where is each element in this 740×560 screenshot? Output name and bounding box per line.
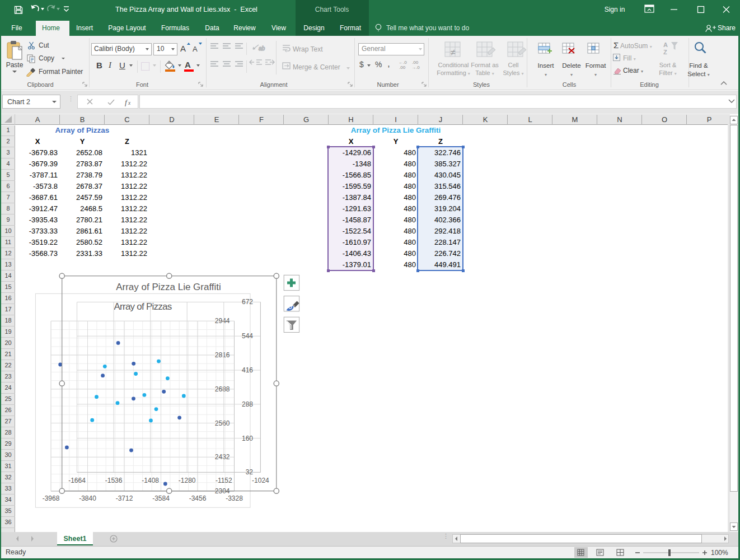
- svg-text:ab: ab: [259, 45, 265, 52]
- svg-text:Z: Z: [663, 49, 667, 55]
- svg-text:x: x: [128, 100, 131, 106]
- svg-text:←.0: ←.0: [399, 60, 407, 65]
- svg-text:.00: .00: [412, 60, 419, 65]
- svg-text:A: A: [663, 41, 668, 48]
- svg-text:.00: .00: [399, 65, 406, 70]
- svg-text:→.0: →.0: [411, 65, 420, 70]
- svg-text:≠: ≠: [451, 48, 456, 57]
